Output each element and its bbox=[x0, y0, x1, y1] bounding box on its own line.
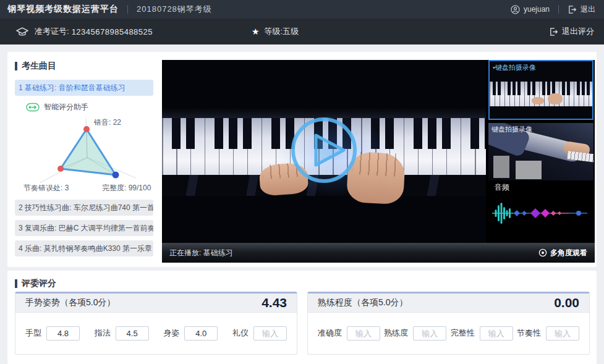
radar-dot-completeness bbox=[113, 172, 119, 179]
player-bottom-bar: 正在播放: 基础练习 多角度观看 bbox=[162, 243, 595, 263]
card-title: 熟练程度（各项5.0分） bbox=[318, 297, 407, 308]
song-item-4[interactable]: 4 乐曲: 莫扎特钢琴奏鸣曲K330 第一乐章 bbox=[15, 240, 153, 256]
radar-chart: 错音: 22 节奏错误处: 3 完整度: 99/100 bbox=[15, 114, 153, 193]
radar-dot-rhythm-errors bbox=[57, 166, 64, 172]
field-label: 完整性 bbox=[451, 328, 475, 339]
thumbnail-2-label: 键盘拍摄录像 bbox=[491, 125, 532, 134]
play-button[interactable] bbox=[288, 114, 360, 188]
section-title-bar bbox=[15, 279, 17, 288]
username[interactable]: yuejuan bbox=[524, 5, 550, 14]
song-item-1[interactable]: 1 基础练习: 音阶和琶音基础练习 bbox=[15, 80, 153, 96]
field-rhythm: 节奏性 bbox=[517, 326, 579, 341]
main-panel: 考生曲目 1 基础练习: 音阶和琶音基础练习 智能评分助手 bbox=[7, 52, 597, 267]
play-icon bbox=[316, 135, 344, 165]
thumbnail-keyboard-cam-2[interactable]: 键盘拍摄录像 bbox=[488, 123, 593, 180]
scoring-section-title: 评委评分 bbox=[15, 278, 56, 289]
rhythm-input[interactable] bbox=[546, 326, 579, 341]
etiquette-input[interactable] bbox=[253, 326, 287, 341]
field-label: 礼仪 bbox=[232, 328, 249, 339]
card-body: 手型 指法 身姿 礼仪 bbox=[15, 313, 297, 353]
mini-black-keys bbox=[490, 82, 592, 95]
field-etiquette: 礼仪 bbox=[232, 326, 287, 341]
card-header: 熟练程度（各项5.0分） 0.00 bbox=[308, 294, 589, 313]
multi-angle-button[interactable]: 多角度观看 bbox=[538, 248, 587, 258]
angle-sidebar: •键盘拍摄录像 键盘拍摄录像 音频 bbox=[487, 60, 595, 243]
card-total-score: 4.43 bbox=[262, 295, 287, 310]
scoring-panel: 评委评分 手势姿势（各项5.0分） 4.43 手型 指法 身姿 bbox=[7, 271, 597, 364]
radar-label-completeness: 完整度: 99/100 bbox=[102, 184, 151, 192]
video-player: •键盘拍摄录像 键盘拍摄录像 音频 bbox=[162, 60, 595, 263]
star-icon: ★ bbox=[252, 27, 260, 36]
radar-label-rhythm-errors: 节奏错误处: 3 bbox=[23, 184, 69, 192]
navbar-divider bbox=[558, 5, 559, 14]
assistant-row: 智能评分助手 bbox=[26, 102, 88, 112]
bench-block bbox=[516, 161, 542, 179]
field-fingering: 指法 bbox=[95, 326, 149, 341]
field-label: 身姿 bbox=[163, 328, 179, 339]
field-posture: 身姿 bbox=[163, 326, 218, 341]
exit-scoring-icon bbox=[549, 27, 558, 36]
assistant-label: 智能评分助手 bbox=[44, 102, 88, 112]
logout-label: 退出 bbox=[581, 4, 595, 15]
field-label: 节奏性 bbox=[517, 328, 541, 339]
proficiency-card: 熟练程度（各项5.0分） 0.00 准确度 熟练度 完整性 节奏性 bbox=[307, 292, 590, 355]
session-title: 20180728钢琴考级 bbox=[137, 4, 212, 15]
radar-label-wrong-notes: 错音: 22 bbox=[93, 118, 121, 127]
top-navbar: 钢琴视频考级数据运营平台 20180728钢琴考级 yuejuan 退出 bbox=[0, 0, 604, 19]
thumbnail-1-label: •键盘拍摄录像 bbox=[493, 63, 536, 72]
field-label: 指法 bbox=[95, 328, 111, 339]
main-video[interactable] bbox=[162, 60, 486, 243]
fingering-input[interactable] bbox=[116, 326, 149, 341]
navbar-divider bbox=[127, 5, 128, 14]
posture-input[interactable] bbox=[184, 326, 218, 341]
level-value: 五级 bbox=[283, 26, 299, 37]
level-label: 等级: bbox=[265, 26, 283, 37]
field-completeness: 完整性 bbox=[451, 326, 513, 341]
radar-area bbox=[61, 129, 116, 175]
card-total-score: 0.00 bbox=[554, 295, 579, 310]
proficiency-input[interactable] bbox=[413, 326, 446, 341]
scoring-section-title-text: 评委评分 bbox=[22, 278, 56, 289]
exit-scoring-button[interactable]: 退出评分 bbox=[549, 26, 594, 37]
radar-dot-wrong-notes bbox=[83, 126, 90, 132]
song-item-2[interactable]: 2 技巧性练习曲: 车尔尼练习曲740 第一首 bbox=[15, 200, 153, 216]
mini-left-hand bbox=[532, 97, 544, 104]
songs-section-title-text: 考生曲目 bbox=[22, 61, 56, 72]
user-avatar-icon bbox=[511, 5, 520, 14]
songs-section-title: 考生曲目 bbox=[15, 61, 56, 72]
now-playing-label: 正在播放: 基础练习 bbox=[169, 248, 233, 258]
card-header: 手势姿势（各项5.0分） 4.43 bbox=[15, 294, 297, 313]
audio-label: 音频 bbox=[495, 182, 509, 193]
field-hand-shape: 手型 bbox=[25, 326, 80, 341]
card-body: 准确度 熟练度 完整性 节奏性 bbox=[308, 313, 589, 353]
smart-assistant-icon bbox=[26, 103, 40, 112]
completeness-input[interactable] bbox=[480, 326, 513, 341]
graduation-cap-icon bbox=[16, 27, 28, 37]
card-title: 手势姿势（各项5.0分） bbox=[25, 297, 115, 308]
multi-angle-icon bbox=[538, 248, 547, 257]
song-item-3[interactable]: 3 复调乐曲: 巴赫C 大调平均律第一首前奏曲 bbox=[15, 220, 153, 236]
sub-navbar: 准考证号: 12345678985488525 ★ 等级: 五级 退出评分 bbox=[0, 19, 604, 44]
pedal-block bbox=[493, 156, 509, 178]
audio-waveform bbox=[487, 196, 595, 233]
app-title: 钢琴视频考级数据运营平台 bbox=[7, 4, 119, 15]
field-label: 准确度 bbox=[318, 328, 342, 339]
field-label: 熟练度 bbox=[384, 328, 408, 339]
app-screen: 钢琴视频考级数据运营平台 20180728钢琴考级 yuejuan 退出 准考证… bbox=[0, 0, 604, 364]
gesture-posture-card: 手势姿势（各项5.0分） 4.43 手型 指法 身姿 礼仪 bbox=[15, 292, 297, 355]
section-title-bar bbox=[15, 62, 17, 70]
ticket-number: 12345678985488525 bbox=[72, 27, 153, 36]
hand-shape-input[interactable] bbox=[46, 326, 80, 341]
thumbnail-keyboard-cam-1[interactable]: •键盘拍摄录像 bbox=[488, 60, 593, 120]
field-accuracy: 准确度 bbox=[318, 326, 380, 341]
field-label: 手型 bbox=[25, 328, 41, 339]
ticket-label: 准考证号: bbox=[35, 26, 69, 37]
mini-right-hand bbox=[548, 93, 563, 104]
logout-button[interactable]: 退出 bbox=[568, 4, 595, 15]
logout-icon bbox=[568, 5, 577, 14]
exit-scoring-label: 退出评分 bbox=[562, 26, 594, 37]
field-proficiency: 熟练度 bbox=[384, 326, 446, 341]
accuracy-input[interactable] bbox=[347, 326, 380, 341]
